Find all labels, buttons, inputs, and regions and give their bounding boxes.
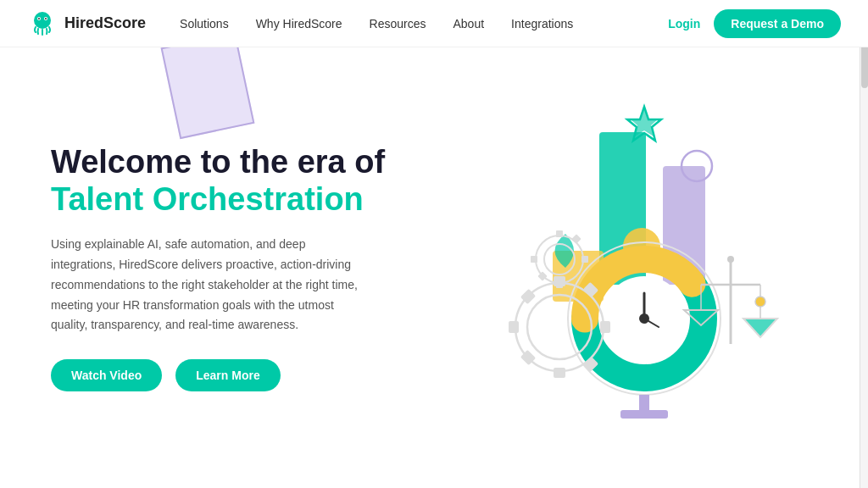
logo-icon	[27, 8, 58, 39]
learn-more-button[interactable]: Learn More	[175, 359, 280, 391]
nav-integrations[interactable]: Integrations	[511, 17, 573, 30]
nav-about[interactable]: About	[453, 17, 484, 30]
logo-text: HiredScore	[64, 14, 146, 32]
nav-links: Solutions Why HiredScore Resources About…	[180, 17, 668, 30]
svg-rect-34	[556, 281, 563, 288]
svg-rect-20	[620, 410, 668, 419]
svg-point-3	[38, 18, 40, 19]
svg-rect-19	[639, 395, 649, 412]
svg-rect-36	[531, 256, 537, 263]
logo[interactable]: HiredScore	[27, 8, 146, 39]
svg-rect-37	[571, 234, 581, 243]
hero-buttons: Watch Video Learn More	[51, 359, 407, 391]
login-button[interactable]: Login	[668, 17, 700, 30]
svg-rect-25	[600, 321, 610, 333]
hero-heading-line2: Talent Orchestration	[51, 181, 407, 219]
svg-rect-35	[581, 256, 588, 263]
nav-why-hiredscore[interactable]: Why HiredScore	[256, 17, 342, 30]
hero-illustration	[407, 47, 817, 488]
request-demo-button[interactable]: Request a Demo	[714, 9, 841, 38]
nav-solutions[interactable]: Solutions	[180, 17, 229, 30]
watch-video-button[interactable]: Watch Video	[51, 359, 162, 391]
svg-point-41	[727, 256, 734, 263]
svg-rect-26	[509, 321, 519, 333]
navbar: HiredScore Solutions Why HiredScore Reso…	[0, 0, 868, 47]
svg-point-0	[34, 12, 51, 29]
hero-heading-line1: Welcome to the era of	[51, 144, 407, 181]
svg-point-4	[45, 18, 47, 19]
decorative-rectangle	[161, 47, 255, 139]
svg-point-44	[755, 297, 765, 307]
nav-actions: Login Request a Demo	[668, 9, 841, 38]
nav-resources[interactable]: Resources	[370, 17, 426, 30]
hero-section: Welcome to the era of Talent Orchestrati…	[0, 47, 868, 488]
svg-rect-24	[554, 368, 565, 378]
scrollbar[interactable]	[860, 0, 868, 488]
hero-description: Using explainable AI, safe automation, a…	[51, 235, 373, 336]
svg-rect-33	[556, 230, 563, 237]
illustration-svg	[434, 81, 790, 454]
hero-text: Welcome to the era of Talent Orchestrati…	[51, 144, 407, 391]
